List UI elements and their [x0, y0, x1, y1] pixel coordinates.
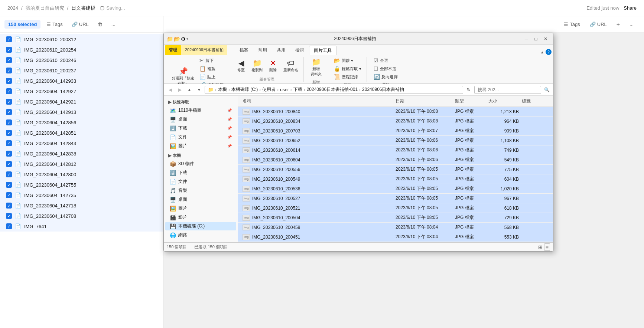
grid-view-button[interactable]: ⊞ — [538, 243, 543, 251]
select-none-button[interactable]: ☐ 全部不選 — [371, 65, 400, 72]
copy-button[interactable]: 📋 複製 — [197, 65, 226, 72]
notion-list-item[interactable]: ✓ 📄 IMG_20230604_142913 — [0, 107, 163, 117]
checkbox[interactable]: ✓ — [6, 68, 12, 73]
delete-file-button[interactable]: ✕ 刪除 — [266, 58, 280, 74]
ribbon-highlight-tab[interactable]: 管理 — [165, 45, 181, 55]
history-button[interactable]: 📜 歷程記錄 — [332, 73, 364, 81]
checkbox[interactable]: ✓ — [6, 78, 12, 84]
checkbox[interactable]: ✓ — [6, 119, 12, 125]
checkbox[interactable]: ✓ — [6, 192, 12, 198]
notion-list-item[interactable]: ✓ 📄 IMG_20230604_142843 — [0, 138, 163, 148]
notion-list-item[interactable]: ✓ 📄 IMG_20230604_142708 — [0, 211, 163, 221]
file-row[interactable]: img IMG_20230610_200840 2023/6/10 下午 08:… — [238, 107, 553, 117]
more-button[interactable]: ... — [108, 20, 118, 29]
forward-button[interactable]: ▶ — [176, 86, 184, 94]
col-date[interactable]: 日期 — [394, 97, 453, 105]
notion-list-item[interactable]: ✓ 📄 IMG_20230604_142838 — [0, 148, 163, 159]
col-name[interactable]: 名稱 — [241, 97, 394, 105]
sidebar-item[interactable]: 📄 文件 📌 — [165, 133, 236, 141]
notion-list-item[interactable]: ✓ 📄 IMG_20230610_200254 — [0, 45, 163, 55]
checkbox[interactable]: ✓ — [6, 182, 12, 188]
rename-button[interactable]: 🏷 重新命名 — [281, 58, 300, 74]
notion-list-item[interactable]: ✓ 📄 IMG_20230604_142800 — [0, 169, 163, 180]
checkbox[interactable]: ✓ — [6, 130, 12, 136]
file-row[interactable]: img IMG_20230610_200556 2023/6/10 下午 08:… — [238, 165, 553, 174]
checkbox[interactable]: ✓ — [6, 88, 12, 94]
cut-button[interactable]: ✂ 剪下 — [197, 57, 226, 64]
invert-selection-button[interactable]: 🔄 反向選擇 — [371, 73, 400, 81]
right-tags-button[interactable]: ☰ Tags — [561, 20, 583, 29]
refresh-button[interactable]: ↻ — [465, 86, 473, 94]
ribbon-tab-picture[interactable]: 圖片工具 — [309, 46, 336, 55]
search-button[interactable]: 🔍 — [543, 86, 551, 94]
recent-paths-button[interactable]: ▾ — [195, 86, 203, 94]
notion-list-item[interactable]: ✓ 📄 IMG_20230610_200246 — [0, 55, 163, 65]
new-folder-button[interactable]: 📁 新增資料夾 — [308, 57, 324, 78]
sidebar-item[interactable]: 🎬 影片 — [165, 213, 236, 222]
sidebar-item[interactable]: 🎵 音樂 — [165, 186, 236, 195]
search-input[interactable] — [474, 86, 541, 94]
right-url-button[interactable]: 🔗 URL — [587, 20, 610, 29]
checkbox[interactable]: ✓ — [6, 99, 12, 105]
open-button[interactable]: 📂 開啟 ▾ — [332, 57, 364, 64]
sidebar-item[interactable]: 🖥️ 桌面 📌 — [165, 115, 236, 124]
notion-list-item[interactable]: ✓ 📄 IMG_20230604_142927 — [0, 86, 163, 96]
sidebar-item[interactable]: 💾 本機磁碟 (C:) — [165, 222, 236, 230]
checkbox[interactable]: ✓ — [6, 151, 12, 157]
sidebar-item[interactable]: 📦 3D 物件 — [165, 160, 236, 168]
address-path[interactable]: 📁 › 本機 › 本機磁碟 (C:) › 使用者 › user › 下載 › 2… — [205, 86, 463, 94]
sidebar-item[interactable]: 🖥️ 桌面 — [165, 195, 236, 204]
checkbox[interactable]: ✓ — [6, 140, 12, 146]
ribbon-tab-view[interactable]: 檢視 — [290, 45, 309, 55]
up-button[interactable]: ▲ — [185, 86, 193, 94]
checkbox[interactable]: ✓ — [6, 223, 12, 229]
share-button[interactable]: Share — [624, 5, 637, 11]
checkbox[interactable]: ✓ — [6, 36, 12, 42]
file-row[interactable]: img IMG_20230610_200614 2023/6/10 下午 08:… — [238, 145, 553, 155]
tags-button[interactable]: ☰ Tags — [43, 20, 65, 29]
back-button[interactable]: ◀ — [166, 86, 174, 94]
checkbox[interactable]: ✓ — [6, 161, 12, 167]
notion-list-item[interactable]: ✓ 📄 IMG_20230604_142755 — [0, 180, 163, 190]
notion-list-item[interactable]: ✓ 📄 IMG_20230604_142921 — [0, 96, 163, 107]
file-row[interactable]: img IMG_20230610_200703 2023/6/10 下午 08:… — [238, 126, 553, 136]
file-row[interactable]: img IMG_20230610_200504 2023/6/10 下午 08:… — [238, 213, 553, 223]
file-row[interactable]: img IMG_20230610_200549 2023/6/10 下午 08:… — [238, 174, 553, 184]
checkbox[interactable]: ✓ — [6, 57, 12, 63]
sidebar-item[interactable]: ⬇️ 下載 📌 — [165, 124, 236, 132]
notion-list-item[interactable]: ✓ 📄 IMG_20230604_142812 — [0, 159, 163, 169]
checkbox[interactable]: ✓ — [6, 47, 12, 53]
notion-list-item[interactable]: ✓ 📄 IMG_20230610_200312 — [0, 34, 163, 45]
file-row[interactable]: img IMG_20230610_200459 2023/6/10 下午 08:… — [238, 223, 553, 232]
select-all-button[interactable]: ☑ 全選 — [371, 57, 400, 64]
checkbox[interactable]: ✓ — [6, 203, 12, 209]
file-row[interactable]: img IMG_20230610_200652 2023/6/10 下午 08:… — [238, 136, 553, 145]
file-row[interactable]: img IMG_20230610_200536 2023/6/10 下午 08:… — [238, 184, 553, 194]
ribbon-tab-file[interactable]: 檔案 — [235, 45, 253, 55]
close-button[interactable]: ✕ — [541, 35, 550, 43]
sidebar-item[interactable]: 🖼️ 圖片 📌 — [165, 142, 236, 150]
delete-button[interactable]: 🗑 — [95, 20, 105, 29]
sidebar-item[interactable]: 🌐 網路 — [165, 231, 236, 239]
notion-list-item[interactable]: ✓ 📄 IMG_7641 — [0, 221, 163, 232]
sidebar-item[interactable]: 📄 文件 — [165, 177, 236, 186]
right-add-button[interactable]: + — [614, 20, 623, 29]
move-to-button[interactable]: ◀ 修至 — [234, 58, 248, 74]
notion-list-item[interactable]: ✓ 📄 IMG_20230604_142718 — [0, 200, 163, 211]
file-row[interactable]: img IMG_20230610_200451 2023/6/10 下午 08:… — [238, 232, 553, 242]
notion-list-item[interactable]: ✓ 📄 IMG_20230610_200237 — [0, 65, 163, 76]
right-more-button[interactable]: ... — [627, 20, 637, 29]
col-tag[interactable]: 標籤 — [520, 97, 550, 105]
checkbox[interactable]: ✓ — [6, 171, 12, 177]
file-row[interactable]: img IMG_20230610_200604 2023/6/10 下午 08:… — [238, 155, 553, 165]
notion-list-item[interactable]: ✓ 📄 IMG_20230604_142933 — [0, 76, 163, 86]
sidebar-item[interactable]: 🖼️ 圖片 — [165, 204, 236, 213]
notion-list-item[interactable]: ✓ 📄 IMG_20230604_142735 — [0, 190, 163, 200]
help-button[interactable]: ? — [546, 49, 552, 55]
file-row[interactable]: img IMG_20230610_200527 2023/6/10 下午 08:… — [238, 194, 553, 203]
checkbox[interactable]: ✓ — [6, 213, 12, 219]
notion-list-item[interactable]: ✓ 📄 IMG_20230604_142856 — [0, 117, 163, 128]
url-button[interactable]: 🔗 URL — [69, 20, 92, 29]
copy-to-button[interactable]: 📁 複製到 — [249, 58, 265, 74]
maximize-button[interactable]: □ — [531, 35, 540, 43]
